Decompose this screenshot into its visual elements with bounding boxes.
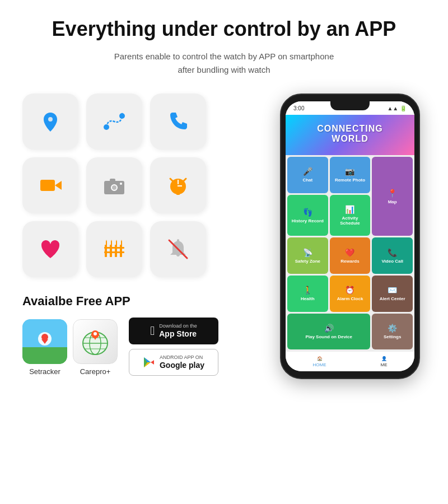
svg-point-8 bbox=[112, 185, 116, 190]
icon-card-alarm bbox=[150, 157, 206, 213]
history-icon: 👣 bbox=[303, 208, 312, 217]
health-icon: 🚶 bbox=[303, 286, 312, 295]
tile-settings[interactable]: ⚙️ Settings bbox=[372, 314, 413, 350]
google-play-text: ANDROID APP ON Google play bbox=[160, 354, 204, 370]
phone-notch bbox=[330, 101, 370, 110]
activity-icon: 📊 bbox=[345, 205, 354, 214]
home-icon: 🏠 bbox=[317, 356, 323, 361]
alert-center-icon: ✉️ bbox=[388, 286, 397, 295]
settings-label: Settings bbox=[384, 334, 402, 339]
rewards-label: Rewards bbox=[340, 259, 359, 264]
svg-rect-12 bbox=[178, 180, 179, 184]
icon-card-fence bbox=[86, 221, 142, 277]
me-label: ME bbox=[381, 362, 388, 367]
tile-safety-zone[interactable]: 📡 Safety Zone bbox=[287, 237, 328, 274]
svg-marker-26 bbox=[116, 240, 117, 241]
video-icon bbox=[37, 172, 64, 199]
setracker-logo bbox=[22, 319, 67, 364]
carepro-logo bbox=[73, 319, 118, 364]
svg-rect-30 bbox=[104, 251, 124, 253]
google-play-button[interactable]: ANDROID APP ON Google play bbox=[129, 349, 218, 376]
store-buttons:  Download on the App Store bbox=[129, 318, 218, 376]
free-app-section: Avaialbe Free APP bbox=[22, 294, 263, 376]
svg-rect-20 bbox=[120, 245, 122, 257]
phone-time: 3:00 bbox=[293, 105, 304, 111]
tile-rewards[interactable]: ❤️ Rewards bbox=[330, 237, 371, 274]
icon-card-phone bbox=[150, 94, 206, 150]
setracker-container: Setracker bbox=[22, 319, 67, 376]
setracker-label: Setracker bbox=[29, 367, 60, 376]
svg-rect-16 bbox=[176, 193, 180, 195]
safety-label: Safety Zone bbox=[295, 259, 320, 264]
svg-line-15 bbox=[183, 179, 186, 182]
google-play-small: ANDROID APP ON bbox=[160, 354, 204, 361]
app-store-button[interactable]:  Download on the App Store bbox=[129, 318, 218, 344]
svg-point-10 bbox=[120, 183, 122, 185]
svg-marker-5 bbox=[55, 181, 62, 190]
google-play-icon bbox=[143, 356, 155, 368]
svg-line-14 bbox=[170, 179, 174, 182]
heart-icon bbox=[37, 236, 64, 263]
home-label: HOME bbox=[313, 362, 326, 367]
subtitle: Parents enable to control the watch by A… bbox=[22, 50, 426, 77]
fence-icon bbox=[101, 236, 128, 263]
tile-activity[interactable]: 📊 Activity Schedule bbox=[330, 195, 371, 236]
svg-rect-29 bbox=[104, 247, 124, 249]
camera-icon bbox=[101, 172, 128, 199]
svg-marker-28 bbox=[121, 240, 122, 241]
rewards-icon: ❤️ bbox=[345, 248, 354, 257]
app-header: CONNECTINGWORLD bbox=[286, 115, 414, 155]
phone-mockup: 3:00 ▲▲ 🔋 CONNECTINGWORLD 🎤 Chat bbox=[280, 94, 420, 379]
tab-home[interactable]: 🏠 HOME bbox=[313, 356, 326, 367]
alert-center-label: Alert Center bbox=[380, 296, 405, 301]
tile-remote-photo[interactable]: 📷 Remote Photo bbox=[330, 157, 371, 193]
tile-play-sound[interactable]: 🔊 Play Sound on Device bbox=[287, 314, 370, 350]
icon-card-video bbox=[22, 157, 78, 213]
tab-me[interactable]: 👤 ME bbox=[381, 356, 388, 367]
phone-screen: 3:00 ▲▲ 🔋 CONNECTINGWORLD 🎤 Chat bbox=[286, 101, 414, 371]
tile-alert-center[interactable]: ✉️ Alert Center bbox=[372, 276, 413, 312]
left-side: Avaialbe Free APP bbox=[22, 94, 263, 376]
map-label: Map bbox=[388, 199, 397, 204]
svg-rect-17 bbox=[105, 245, 107, 257]
svg-rect-4 bbox=[40, 180, 55, 191]
tile-chat[interactable]: 🎤 Chat bbox=[287, 157, 328, 193]
svg-rect-18 bbox=[110, 245, 112, 257]
svg-marker-25 bbox=[116, 241, 117, 245]
remote-photo-label: Remote Photo bbox=[335, 178, 365, 183]
svg-marker-27 bbox=[121, 241, 122, 245]
google-play-big: Google play bbox=[160, 361, 204, 370]
history-label: History Record bbox=[292, 218, 324, 223]
app-store-text: Download on the App Store bbox=[159, 323, 197, 339]
free-app-title: Avaialbe Free APP bbox=[22, 294, 263, 309]
svg-rect-19 bbox=[115, 245, 117, 257]
settings-icon: ⚙️ bbox=[388, 324, 397, 333]
video-call-label: Video Call bbox=[381, 259, 403, 264]
carepro-svg bbox=[76, 322, 115, 361]
app-tile-grid: 🎤 Chat 📷 Remote Photo 📍 Map bbox=[286, 155, 414, 351]
chat-icon: 🎤 bbox=[303, 167, 312, 176]
svg-marker-22 bbox=[106, 240, 107, 241]
carepro-label: Carepro+ bbox=[80, 367, 111, 376]
phone-icon bbox=[165, 108, 192, 135]
no-bell-icon bbox=[165, 236, 192, 263]
app-bottom-bar: 🏠 HOME 👤 ME bbox=[286, 351, 414, 371]
tile-history[interactable]: 👣 History Record bbox=[287, 195, 328, 236]
content-area: Avaialbe Free APP bbox=[22, 94, 426, 379]
page: Everything under control by an APP Paren… bbox=[0, 0, 448, 402]
icon-card-no-bell bbox=[150, 221, 206, 277]
tile-health[interactable]: 🚶 Health bbox=[287, 276, 328, 312]
remote-photo-icon: 📷 bbox=[345, 167, 354, 176]
main-title: Everything under control by an APP bbox=[22, 17, 426, 41]
app-store-small: Download on the bbox=[159, 323, 197, 329]
svg-marker-24 bbox=[111, 240, 112, 241]
map-icon: 📍 bbox=[388, 189, 397, 198]
me-icon: 👤 bbox=[381, 356, 387, 361]
activity-label: Activity Schedule bbox=[332, 216, 368, 226]
tile-alarm-clock[interactable]: ⏰ Alarm Clock bbox=[330, 276, 371, 312]
tile-map[interactable]: 📍 Map bbox=[372, 157, 413, 236]
svg-marker-23 bbox=[111, 241, 112, 245]
svg-rect-33 bbox=[22, 347, 67, 364]
tile-video-call[interactable]: 📞 Video Call bbox=[372, 237, 413, 274]
video-call-icon: 📞 bbox=[388, 248, 397, 257]
